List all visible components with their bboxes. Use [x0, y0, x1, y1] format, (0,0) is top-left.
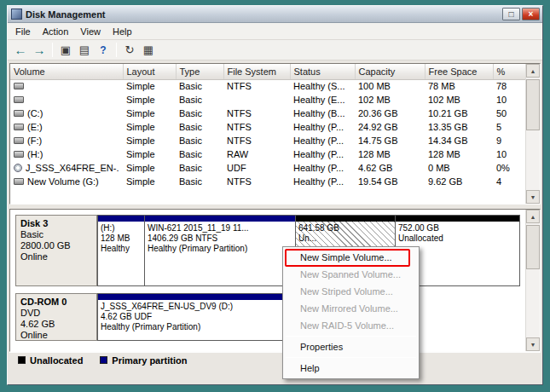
- show-console-tree-button[interactable]: ▣: [56, 42, 75, 59]
- client-area: Volume Layout Type File System Status Ca…: [8, 61, 542, 384]
- scroll-down-icon[interactable]: ▼: [526, 190, 540, 204]
- cell-capacity: 100 MB: [355, 79, 425, 93]
- partition-status: Healthy (Primary Partition): [101, 322, 303, 332]
- graphical-view-pane: Disk 3 Basic 2800.00 GB Online (H:) 128 …: [9, 209, 541, 352]
- rescan-disks-button[interactable]: ▦: [139, 42, 158, 59]
- scroll-up-icon[interactable]: ▲: [526, 64, 540, 78]
- cell-file-system: RAW: [223, 147, 290, 161]
- cell-free-space: 14.34 GB: [425, 134, 493, 147]
- close-button[interactable]: ×: [522, 8, 540, 20]
- disk3-label[interactable]: Disk 3 Basic 2800.00 GB Online: [15, 215, 97, 286]
- disk-icon: [14, 110, 24, 117]
- menu-item-new-spanned-volume: New Spanned Volume...: [285, 266, 417, 283]
- disk-row-disk3: Disk 3 Basic 2800.00 GB Online (H:) 128 …: [15, 215, 520, 286]
- cell-status: Healthy (B...: [290, 107, 355, 120]
- scrollbar-thumb[interactable]: [526, 225, 540, 269]
- cell-percent: 78: [493, 79, 529, 93]
- cell-layout: Simple: [123, 147, 176, 161]
- toolbar-separator: [116, 43, 117, 57]
- volume-row[interactable]: (C:) Simple Basic NTFS Healthy (B... 20.…: [10, 107, 529, 120]
- cell-percent: 4: [493, 175, 529, 188]
- menu-item-properties[interactable]: Properties: [285, 338, 417, 355]
- cell-type: Basic: [176, 161, 223, 175]
- partition-detail: 4.62 GB UDF: [101, 312, 303, 322]
- cell-capacity: 128 MB: [355, 147, 425, 161]
- partition-title: J_SSS_X64FRE_EN-US_DV9 (D:): [101, 302, 303, 312]
- partition-win621[interactable]: WIN-621 2015_11_19 11... 1406.29 GB NTFS…: [144, 215, 296, 286]
- graph-scrollbar[interactable]: ▲ ▼: [525, 210, 540, 351]
- column-header-status[interactable]: Status: [290, 64, 355, 79]
- unallocated-swatch: [18, 356, 26, 364]
- cell-file-system: NTFS: [223, 120, 290, 134]
- disk-icon: [14, 83, 24, 89]
- menu-item-new-simple-volume[interactable]: New Simple Volume...: [285, 249, 417, 266]
- volume-row[interactable]: (F:) Simple Basic NTFS Healthy (P... 14.…: [10, 134, 529, 147]
- volume-name: (F:): [27, 135, 42, 146]
- volume-row[interactable]: Simple Basic Healthy (E... 102 MB 102 MB…: [10, 93, 529, 107]
- cell-percent: 5: [493, 120, 529, 134]
- cell-file-system: NTFS: [223, 134, 290, 147]
- volume-name: J_SSS_X64FRE_EN-...: [26, 163, 119, 173]
- column-header-file-system[interactable]: File System: [223, 64, 290, 79]
- volume-list-scrollbar[interactable]: ▲ ▼: [525, 64, 540, 204]
- scroll-down-icon[interactable]: ▼: [526, 337, 540, 351]
- cdrom0-label[interactable]: CD-ROM 0 DVD 4.62 GB Online: [15, 293, 97, 341]
- scroll-up-icon[interactable]: ▲: [526, 210, 540, 223]
- cell-status: Healthy (S...: [290, 79, 355, 93]
- volume-row[interactable]: (H:) Simple Basic RAW Healthy (P... 128 …: [10, 147, 529, 161]
- partition-title: 752.00 GB: [398, 223, 517, 233]
- scrollbar-track[interactable]: [526, 78, 540, 190]
- column-header-free-space[interactable]: Free Space: [425, 64, 493, 79]
- back-button[interactable]: ←: [11, 42, 30, 59]
- disk-icon: [14, 178, 24, 185]
- cell-file-system: NTFS: [223, 79, 290, 93]
- column-header-percent[interactable]: %: [493, 64, 529, 79]
- partition-detail: Un...: [298, 233, 392, 244]
- volume-row[interactable]: J_SSS_X64FRE_EN-... Simple Basic UDF Hea…: [10, 161, 529, 175]
- cell-capacity: 20.36 GB: [355, 107, 425, 120]
- cell-file-system: NTFS: [223, 107, 290, 120]
- cell-capacity: 19.54 GB: [355, 175, 425, 188]
- cell-layout: Simple: [123, 161, 176, 175]
- forward-button[interactable]: →: [30, 42, 49, 59]
- column-header-type[interactable]: Type: [176, 64, 223, 79]
- cell-percent: 9: [493, 134, 529, 147]
- scrollbar-track[interactable]: [526, 223, 540, 337]
- partition-status: Healthy (Primary Partition): [148, 244, 292, 254]
- menu-action[interactable]: Action: [37, 25, 75, 38]
- menu-item-help[interactable]: Help: [285, 360, 417, 377]
- volume-row[interactable]: New Volume (G:) Simple Basic NTFS Health…: [10, 175, 529, 188]
- disk-icon: [14, 124, 24, 130]
- properties-button[interactable]: ▤: [75, 42, 94, 59]
- help-button[interactable]: ?: [94, 42, 113, 59]
- cell-percent: 50: [493, 107, 529, 120]
- titlebar[interactable]: Disk Management □ ×: [8, 6, 542, 23]
- menu-file[interactable]: File: [9, 25, 37, 38]
- unallocated-stripe: [296, 216, 395, 222]
- column-header-volume[interactable]: Volume: [10, 64, 123, 79]
- maximize-button[interactable]: □: [502, 8, 520, 20]
- cell-status: Healthy (P...: [290, 175, 355, 188]
- cell-free-space: 102 MB: [425, 93, 493, 107]
- menu-help[interactable]: Help: [107, 25, 138, 38]
- menu-item-new-mirrored-volume: New Mirrored Volume...: [285, 300, 417, 317]
- window-footer: [9, 367, 541, 384]
- disk-status: Online: [20, 330, 92, 341]
- disk-icon: [14, 137, 24, 144]
- disk-management-icon: [11, 9, 22, 20]
- volume-row[interactable]: (E:) Simple Basic NTFS Healthy (P... 24.…: [10, 120, 529, 134]
- primary-partition-stripe: [98, 294, 305, 300]
- volume-row[interactable]: Simple Basic NTFS Healthy (S... 100 MB 7…: [10, 79, 529, 93]
- disk-type: DVD: [20, 308, 92, 319]
- partition-h[interactable]: (H:) 128 MB Healthy: [97, 215, 145, 286]
- cell-free-space: 128 MB: [425, 147, 493, 161]
- menu-view[interactable]: View: [74, 25, 107, 38]
- scrollbar-thumb[interactable]: [526, 79, 540, 130]
- volume-name: (C:): [27, 108, 43, 118]
- column-header-layout[interactable]: Layout: [123, 64, 176, 79]
- partition-title: WIN-621 2015_11_19 11...: [148, 223, 292, 233]
- column-header-capacity[interactable]: Capacity: [355, 64, 425, 79]
- partition-dvd[interactable]: J_SSS_X64FRE_EN-US_DV9 (D:) 4.62 GB UDF …: [97, 293, 306, 341]
- legend-label: Primary partition: [112, 355, 187, 366]
- refresh-button[interactable]: ↻: [120, 42, 139, 59]
